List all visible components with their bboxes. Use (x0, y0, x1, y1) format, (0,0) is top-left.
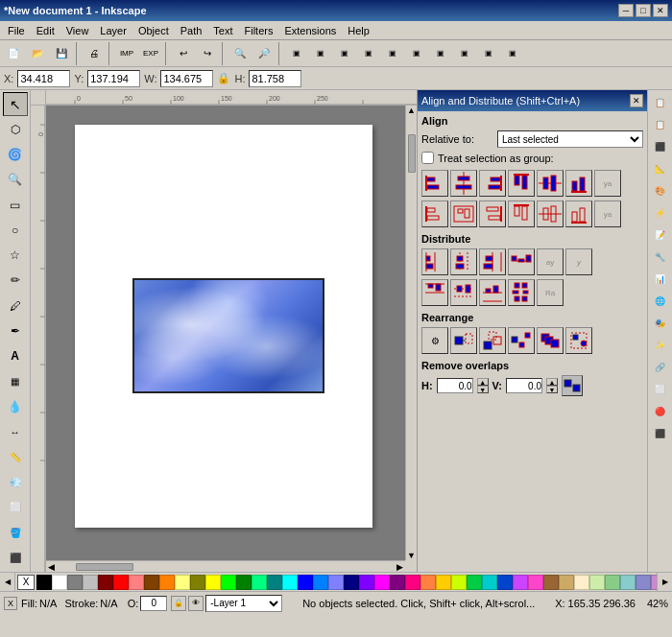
distribute-left-btn[interactable] (421, 248, 448, 275)
menu-layer[interactable]: Layer (94, 23, 132, 38)
distribute-top-btn[interactable] (421, 279, 448, 306)
rect-tool[interactable]: ▭ (3, 193, 28, 217)
status-no-fill[interactable]: X (4, 597, 17, 610)
menu-text[interactable]: Text (207, 23, 238, 38)
palette-color-swatch[interactable] (52, 575, 67, 590)
calligraphy-tool[interactable]: ✒ (3, 318, 28, 342)
open-btn[interactable]: 📂 (26, 42, 49, 65)
align-left-edges-2-btn[interactable] (421, 201, 448, 227)
rt-btn-16[interactable]: ⬛ (650, 423, 671, 444)
maximize-button[interactable]: □ (636, 4, 651, 17)
paint-bucket-tool[interactable]: 🪣 (3, 521, 28, 545)
palette-color-swatch[interactable] (543, 575, 559, 590)
align-middle-2-btn[interactable] (537, 201, 564, 227)
rt-btn-9[interactable]: 📊 (650, 269, 671, 290)
palette-color-swatch[interactable] (420, 575, 436, 590)
palette-color-swatch[interactable] (605, 575, 620, 590)
palette-color-swatch[interactable] (175, 575, 190, 590)
palette-color-swatch[interactable] (36, 575, 52, 590)
rt-btn-11[interactable]: 🎭 (650, 313, 671, 334)
dropper-tool[interactable]: 💧 (3, 394, 28, 418)
rt-btn-10[interactable]: 🌐 (650, 291, 671, 312)
redo-btn[interactable]: ↪ (196, 42, 219, 65)
distribute-y-btn[interactable]: y (565, 248, 592, 275)
rt-btn-7[interactable]: 📝 (650, 224, 671, 246)
palette-color-swatch[interactable] (113, 575, 129, 590)
palette-color-swatch[interactable] (620, 575, 636, 590)
tb-extra-5[interactable]: ▣ (381, 42, 404, 65)
w-input[interactable] (160, 70, 213, 87)
menu-view[interactable]: View (60, 23, 95, 38)
rt-btn-4[interactable]: 📐 (650, 158, 671, 179)
menu-path[interactable]: Path (175, 23, 208, 38)
rt-btn-14[interactable]: ⬜ (650, 379, 671, 400)
palette-color-swatch[interactable] (359, 575, 374, 590)
scrollbar-horizontal[interactable]: ◀ ▶ (46, 560, 405, 572)
zoom-tool[interactable]: 🔍 (3, 168, 28, 192)
tb-extra-9[interactable]: ▣ (477, 42, 500, 65)
minimize-button[interactable]: ─ (618, 4, 634, 17)
h-overlap-up-btn[interactable]: ▲ (477, 378, 489, 386)
palette-color-swatch[interactable] (252, 575, 267, 590)
center-on-vertical-axis-btn[interactable] (450, 170, 477, 197)
align-bottom-2-btn[interactable] (565, 201, 592, 227)
align-right-edges-btn[interactable] (479, 170, 506, 197)
import-btn[interactable]: IMP (115, 42, 138, 65)
menu-file[interactable]: File (2, 23, 31, 38)
scroll-up-btn[interactable]: ▲ (407, 106, 416, 115)
rearrange-exchange-btn[interactable]: ⚙ (421, 327, 448, 354)
rt-btn-5[interactable]: 🎨 (650, 180, 671, 201)
eraser-tool[interactable]: ⬜ (3, 495, 28, 519)
palette-color-swatch[interactable] (636, 575, 651, 590)
palette-color-swatch[interactable] (405, 575, 420, 590)
rt-btn-1[interactable]: 📋 (650, 92, 671, 113)
remove-overlaps-apply-btn[interactable] (562, 375, 583, 396)
new-btn[interactable]: 📄 (2, 42, 25, 65)
palette-color-swatch[interactable] (390, 575, 405, 590)
center-on-horizontal-axis-btn[interactable] (537, 170, 564, 197)
layer-lock-btn[interactable]: 🔒 (171, 596, 186, 611)
rt-btn-6[interactable]: ⚡ (650, 202, 671, 224)
menu-help[interactable]: Help (342, 23, 375, 38)
connector-tool[interactable]: ↔ (3, 419, 28, 443)
palette-color-swatch[interactable] (528, 575, 543, 590)
distribute-baseline-btn[interactable]: Ra (537, 279, 564, 306)
close-button[interactable]: ✕ (653, 4, 668, 17)
v-overlap-down-btn[interactable]: ▼ (546, 386, 558, 393)
node-tool[interactable]: ⬡ (3, 117, 28, 141)
relative-to-select[interactable]: Last selected First selected Biggest obj… (497, 130, 643, 148)
tb-extra-3[interactable]: ▣ (333, 42, 356, 65)
palette-color-swatch[interactable] (513, 575, 528, 590)
export-btn[interactable]: EXP (139, 42, 162, 65)
rt-btn-15[interactable]: 🔴 (650, 401, 671, 422)
star-tool[interactable]: ☆ (3, 244, 28, 268)
rt-btn-13[interactable]: 🔗 (650, 357, 671, 378)
distribute-center-h-btn[interactable] (450, 248, 477, 275)
spray-tool[interactable]: 💨 (3, 470, 28, 494)
palette-color-swatch[interactable] (589, 575, 605, 590)
palette-color-swatch[interactable] (159, 575, 175, 590)
menu-extensions[interactable]: Extensions (278, 23, 342, 38)
rt-btn-8[interactable]: 🔧 (650, 247, 671, 268)
scroll-left-btn[interactable]: ◀ (46, 562, 57, 572)
palette-color-swatch[interactable] (205, 575, 221, 590)
palette-color-swatch[interactable] (574, 575, 589, 590)
scroll-thumb-horizontal[interactable] (76, 563, 133, 571)
circle-tool[interactable]: ○ (3, 218, 28, 242)
rt-btn-12[interactable]: ✨ (650, 335, 671, 356)
v-overlap-up-btn[interactable]: ▲ (546, 378, 558, 386)
measure-tool[interactable]: 📏 (3, 445, 28, 469)
save-btn[interactable]: 💾 (50, 42, 73, 65)
h-overlap-input[interactable] (437, 378, 473, 393)
3d-box-tool[interactable]: ⬛ (3, 546, 28, 570)
text-tool[interactable]: A (3, 344, 28, 368)
distribute-bottom-btn[interactable] (479, 279, 506, 306)
treat-as-group-checkbox[interactable] (421, 152, 434, 164)
tweak-tool[interactable]: 🌀 (3, 143, 28, 167)
palette-color-swatch[interactable] (374, 575, 390, 590)
palette-color-swatch[interactable] (298, 575, 313, 590)
palette-color-swatch[interactable] (129, 575, 144, 590)
palette-scroll-right[interactable]: ▶ (657, 573, 672, 592)
palette-color-swatch[interactable] (267, 575, 282, 590)
menu-edit[interactable]: Edit (31, 23, 60, 38)
